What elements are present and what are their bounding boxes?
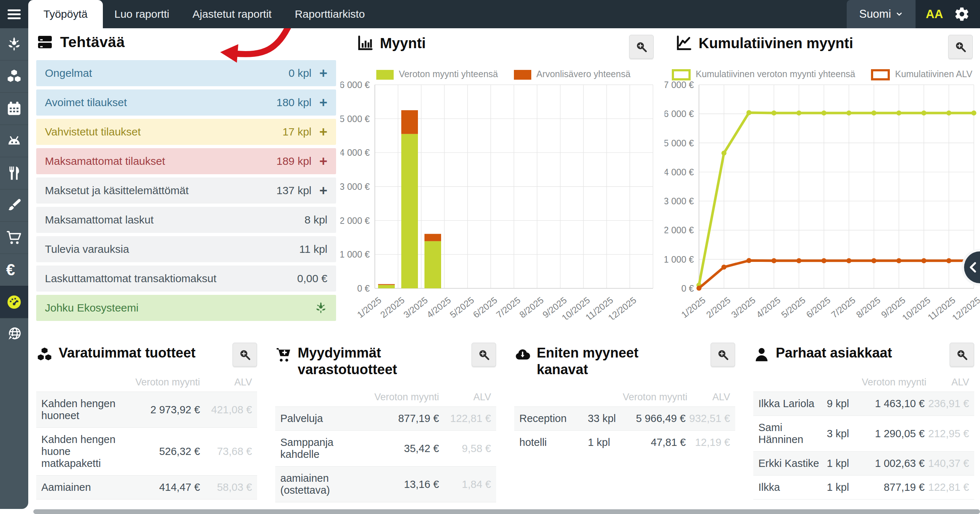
euro-icon: € [6,262,22,278]
tab-4[interactable]: Raporttiarkisto [283,0,376,28]
sidebar-item-calendar[interactable] [0,92,28,125]
table-row[interactable]: Samppanja kahdelle35,42 €9,58 € [275,430,496,466]
expand-plus-icon[interactable]: + [312,184,328,197]
task-count: 137 kpl [276,185,312,197]
table-row[interactable]: Sami Hänninen3 kpl1 290,05 €212,95 € [753,415,974,451]
tab-3[interactable]: Ajastetut raportit [181,0,283,28]
sidebar-item-cart[interactable] [0,221,28,253]
panel-cloud-download: Eniten myyneet kanavatVeroton myyntiALVR… [514,345,735,454]
expand-plus-icon[interactable]: + [312,125,328,139]
sidebar-item-brush[interactable] [0,189,28,221]
row-vat: 421,08 € [204,404,252,416]
sidebar-item-robot[interactable] [0,125,28,157]
task-row[interactable]: Maksetut ja käsittelemättömät137 kpl+ [36,178,336,204]
horizontal-scrollbar[interactable] [33,509,980,514]
row-net-sales: 13,16 € [374,479,439,490]
task-row[interactable]: Laskuttamattomat transaktiomaksut0,00 € [36,266,336,291]
svg-text:5/2025: 5/2025 [448,295,476,320]
gear-icon[interactable] [954,6,970,22]
table-row[interactable]: Aamiainen414,47 €58,03 € [36,475,257,499]
task-row[interactable]: Maksamattomat tilaukset189 kpl+ [36,148,336,174]
svg-text:8/2025: 8/2025 [854,295,882,320]
sidebar-item-cubes[interactable] [0,60,28,92]
table-row[interactable]: Kahden hengen huoneet2 973,92 €421,08 € [36,391,257,427]
sales-chart-zoom-button[interactable] [629,35,654,59]
row-net-sales: 5 966,49 € [627,412,686,425]
column-header-net: Veroton myynti [622,391,687,403]
task-count: 180 kpl [276,96,312,109]
panel-person: Parhaat asiakkaatVeroton myyntiALVIlkka … [753,345,974,506]
task-row[interactable]: Johku Ekosysteemi [36,295,336,321]
tab-2[interactable]: Luo raportti [103,0,181,28]
row-net-sales: 2 973,92 € [135,404,200,416]
row-vat: 236,91 € [928,398,969,410]
cumulative-chart-zoom-button[interactable] [948,35,973,59]
row-vat: 1,84 € [442,479,491,490]
legend-label: Arvonlisävero yhteensä [536,69,630,79]
column-header-net: Veroton myynti [862,377,926,388]
row-name: hotelli [519,436,584,449]
table-column-headers: Veroton myyntiALV [36,373,257,391]
task-row[interactable]: Avoimet tilaukset180 kpl+ [36,89,336,116]
table-row[interactable]: aamiainen (ostettava)13,16 €1,84 € [275,466,496,502]
language-selector[interactable]: Suomi [847,0,916,28]
task-row[interactable]: Tulevia varauksia11 kpl [36,236,336,262]
table-row[interactable]: hotelli1 kpl47,81 €12,19 € [514,430,735,454]
sidebar-item-euro[interactable]: € [0,253,28,286]
task-count: 11 kpl [299,243,328,255]
sidebar-item-gauge[interactable] [0,286,28,318]
line-chart-icon [675,35,692,51]
table-row[interactable]: Reception33 kpl5 966,49 €932,51 € [514,406,735,430]
row-vat: 140,37 € [928,457,969,469]
task-count: 189 kpl [276,155,312,167]
expand-plus-icon[interactable]: + [312,66,328,80]
row-vat: 12,19 € [690,436,730,449]
column-header-net: Veroton myynti [374,391,439,403]
cumulative-chart-title: Kumulatiivinen myynti [698,35,853,51]
panel-zoom-button[interactable] [471,343,496,367]
row-quantity: 3 kpl [827,428,862,440]
row-net-sales: 1 290,05 € [865,428,925,440]
row-net-sales: 414,47 € [135,481,200,493]
topbar-right-cluster: Suomi AA [847,0,980,28]
tasks-icon [36,33,54,51]
table-row[interactable]: Erkki Kastike1 kpl1 002,63 €140,37 € [753,451,974,475]
task-label: Vahvistetut tilaukset [45,126,283,138]
table-row[interactable]: Palveluja877,19 €122,81 € [275,406,496,430]
brush-icon [6,197,22,213]
table-row[interactable]: Ilkka1 kpl877,19 €122,81 € [753,475,974,499]
row-vat: 73,68 € [204,446,252,457]
task-label: Avoimet tilaukset [45,96,276,109]
sidebar-item-globe[interactable] [0,318,28,350]
table-row[interactable]: Kahden hengen huone matkapaketti526,32 €… [36,427,257,475]
tab-1[interactable]: Työpöytä [28,0,103,28]
svg-text:2/2025: 2/2025 [379,295,406,320]
row-vat: 9,58 € [442,442,491,455]
panel-zoom-button[interactable] [232,343,257,367]
row-vat: 58,03 € [204,481,252,493]
svg-text:3/2025: 3/2025 [402,295,430,320]
row-net-sales: 526,32 € [135,446,200,457]
task-label: Maksamattomat laskut [45,214,305,226]
row-vat: 932,51 € [689,412,730,425]
menu-icon[interactable] [0,0,28,28]
svg-text:3 000 €: 3 000 € [665,196,694,206]
sales-bar-chart: 0 €1 000 €2 000 €3 000 €4 000 €5 000 €6 … [340,80,655,320]
panel-zoom-button[interactable] [950,343,974,367]
task-row[interactable]: Vahvistetut tilaukset17 kpl+ [36,119,336,145]
cumulative-chart-header: Kumulatiivinen myynti [675,35,853,51]
text-size-button[interactable]: AA [926,7,943,21]
table-column-headers: Veroton myyntiALV [275,388,496,406]
row-name: Sami Hänninen [758,422,823,446]
sidebar-item-utensils[interactable] [0,157,28,189]
sidebar-item-flower[interactable] [0,28,28,60]
cubes-icon [36,346,53,363]
table-row[interactable]: Ilkka Lariola9 kpl1 463,10 €236,91 € [753,391,974,415]
svg-text:7/2025: 7/2025 [494,295,522,320]
panel-zoom-button[interactable] [711,343,735,367]
expand-plus-icon[interactable]: + [312,154,328,168]
svg-text:3 000 €: 3 000 € [340,181,370,192]
svg-text:4/2025: 4/2025 [754,295,782,320]
task-row[interactable]: Maksamattomat laskut8 kpl [36,207,336,233]
expand-plus-icon[interactable]: + [312,95,328,110]
